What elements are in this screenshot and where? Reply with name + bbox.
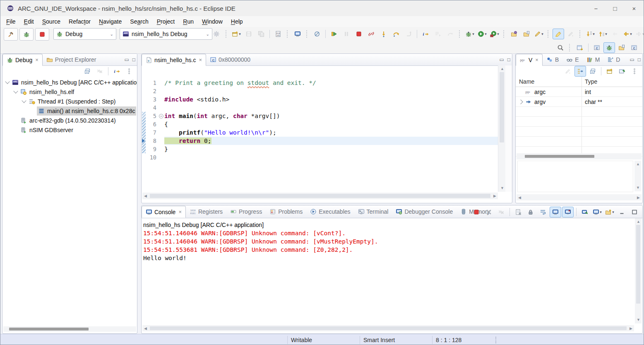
open-task-button[interactable] <box>521 29 532 39</box>
minimize-view-icon[interactable]: ▭ <box>630 57 634 63</box>
dropdown-arrow-icon[interactable]: ▾ <box>472 32 474 36</box>
menu-search[interactable]: Search <box>126 17 152 26</box>
view-tab-registers[interactable]: 10100101Registers <box>186 206 226 217</box>
view-menu-button[interactable] <box>123 66 135 77</box>
code-line-9[interactable]: 9} <box>142 145 512 153</box>
pin-view-button[interactable] <box>616 66 628 77</box>
maximize-view-icon[interactable]: □ <box>507 57 510 63</box>
scroll-lock-button[interactable] <box>525 207 536 217</box>
editor-tab-0x80000000[interactable]: C0x80000000 <box>206 54 254 65</box>
view-tab-debug[interactable]: Debug× <box>2 54 43 66</box>
remote-console-button[interactable] <box>292 29 303 39</box>
word-wrap-button[interactable] <box>537 207 549 217</box>
stop-button[interactable] <box>35 28 49 41</box>
close-tab-icon[interactable]: × <box>199 57 202 63</box>
view-tab-problems[interactable]: Problems <box>266 206 306 217</box>
debug-tree-item[interactable]: nSIM GDBserver <box>2 125 137 135</box>
view-tab-m[interactable]: M <box>583 54 604 65</box>
maximize-button[interactable]: □ <box>606 0 625 16</box>
show-logical-structures-button[interactable] <box>574 66 586 77</box>
debug-as-button[interactable]: ▾ <box>464 29 476 39</box>
tree-expander-icon[interactable] <box>13 89 18 93</box>
code-line-4[interactable]: 4 <box>142 104 512 112</box>
new-wizard-button[interactable]: ▾ <box>231 29 242 39</box>
new-view-button[interactable] <box>604 66 615 77</box>
code-line-7[interactable]: 7 printf("Hello world!\n\r"); <box>142 128 512 137</box>
binary-counter-button[interactable]: 010101 <box>272 29 284 39</box>
code-editor[interactable]: 1/* Print a greeting on stdout and exit.… <box>142 77 512 162</box>
dropdown-arrow-icon[interactable]: ▾ <box>593 32 595 36</box>
view-tab-d[interactable]: D <box>603 54 624 65</box>
search-button[interactable] <box>555 42 566 53</box>
tree-expander-icon[interactable] <box>5 79 10 84</box>
close-tab-icon[interactable]: × <box>35 57 38 63</box>
dropdown-arrow-icon[interactable]: ▾ <box>541 32 543 36</box>
disconnect-button[interactable] <box>365 29 377 39</box>
column-name[interactable]: Name <box>516 77 582 87</box>
menu-help[interactable]: Help <box>227 17 247 26</box>
back-history-button[interactable]: ▾ <box>622 29 633 39</box>
instruction-stepping-mode-button[interactable]: i <box>111 66 123 77</box>
close-tab-icon[interactable]: × <box>535 57 538 63</box>
view-tab-terminal[interactable]: Terminal <box>354 206 392 217</box>
maximize-view-icon[interactable]: □ <box>132 57 135 63</box>
clear-console-button[interactable] <box>512 207 524 217</box>
perspective-debug-button[interactable] <box>603 42 615 53</box>
view-tab-progress[interactable]: Progress <box>226 206 266 217</box>
variable-row-argc[interactable]: (x)=argcint <box>516 87 642 97</box>
minimize-view-icon[interactable]: ▭ <box>124 57 129 63</box>
variable-details-pane[interactable] <box>517 161 633 192</box>
code-line-2[interactable]: 2 <box>142 87 512 95</box>
menu-edit[interactable]: Edit <box>20 17 38 26</box>
minimize-view-button[interactable] <box>616 207 628 217</box>
debug-tree-item[interactable]: Thread #1 (Suspended : Step) <box>2 97 137 106</box>
fold-collapse-icon[interactable]: − <box>159 114 163 118</box>
console-hscrollbar[interactable]: ◀ ▶ <box>142 325 634 331</box>
debug-mode-combo[interactable]: Debug ⌄ <box>53 28 116 40</box>
collapse-all-button[interactable] <box>82 66 93 77</box>
debug-tree-item[interactable]: arc-elf32-gdb (14.0.50.20230314) <box>2 116 137 125</box>
step-over-button[interactable] <box>390 29 402 39</box>
instruction-stepping-button[interactable]: i <box>420 29 431 39</box>
view-tab-e[interactable]: E <box>562 54 582 65</box>
build-button[interactable] <box>4 28 18 41</box>
view-tab-debugger-console[interactable]: Debugger Console <box>392 206 457 217</box>
dropdown-arrow-icon[interactable]: ▾ <box>497 32 499 36</box>
minimize-view-icon[interactable]: ▭ <box>499 57 504 63</box>
perspective-cpp-button[interactable]: C <box>591 42 603 53</box>
code-line-5[interactable]: 5−int main(int argc, char *argv[]) <box>142 112 512 120</box>
annotate-pen-button[interactable]: ▾ <box>533 29 545 39</box>
remove-launch-button[interactable] <box>483 207 495 217</box>
code-line-10[interactable]: 10 <box>142 153 512 162</box>
view-menu-button[interactable] <box>629 66 640 77</box>
debug-button[interactable] <box>19 28 34 41</box>
open-perspective-button[interactable] <box>574 42 586 53</box>
code-line-6[interactable]: 6{ <box>142 120 512 128</box>
details-vscrollbar[interactable]: ▲ ▼ <box>634 161 641 191</box>
tree-expander-icon[interactable] <box>518 99 523 104</box>
dropdown-arrow-icon[interactable]: ▾ <box>630 32 632 36</box>
debug-hscrollbar[interactable] <box>3 326 136 332</box>
variables-hscrollbar[interactable] <box>517 153 642 159</box>
menu-refactor[interactable]: Refactor <box>65 17 95 26</box>
view-tab-console[interactable]: Console× <box>142 206 186 218</box>
next-annotation-button[interactable]: ▾ <box>584 29 596 39</box>
view-tab-b[interactable]: B <box>543 54 562 65</box>
perspective-resource-button[interactable] <box>616 42 627 53</box>
display-console-button[interactable]: ▾ <box>591 207 603 217</box>
menu-run[interactable]: Run <box>179 17 198 26</box>
debug-tree-item[interactable]: ARCnsim_hello_hs Debug [ARC C/C++ applic… <box>2 77 137 87</box>
dropdown-arrow-icon[interactable]: ▾ <box>600 210 602 214</box>
dropdown-arrow-icon[interactable]: ▾ <box>239 32 241 36</box>
menu-source[interactable]: Source <box>38 17 65 26</box>
launch-gear[interactable] <box>213 28 220 40</box>
close-button[interactable]: × <box>625 0 644 16</box>
console-output[interactable]: nsim_hello_hs Debug [ARC C/C++ applicati… <box>142 218 642 262</box>
show-on-stdout-button[interactable] <box>550 207 561 217</box>
variable-row-argv[interactable]: argvchar ** <box>516 97 642 107</box>
mark-occurrences-button[interactable] <box>553 29 564 39</box>
maximize-view-icon[interactable]: □ <box>638 57 641 63</box>
tree-expander-icon[interactable] <box>22 98 26 103</box>
code-line-3[interactable]: 3#include <stdio.h> <box>142 95 512 104</box>
open-type-button[interactable] <box>508 29 520 39</box>
